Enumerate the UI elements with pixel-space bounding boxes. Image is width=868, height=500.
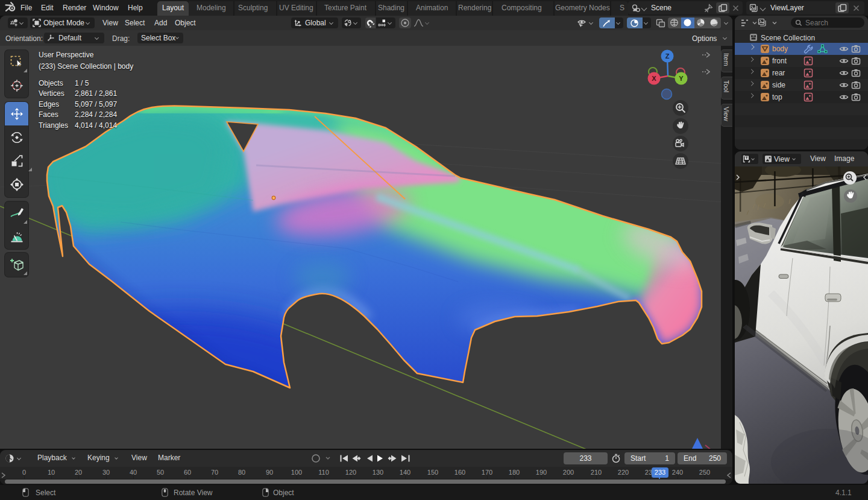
svg-text:X: X <box>652 75 656 82</box>
svg-text:Z: Z <box>665 52 670 60</box>
svg-text:Y: Y <box>679 75 684 82</box>
